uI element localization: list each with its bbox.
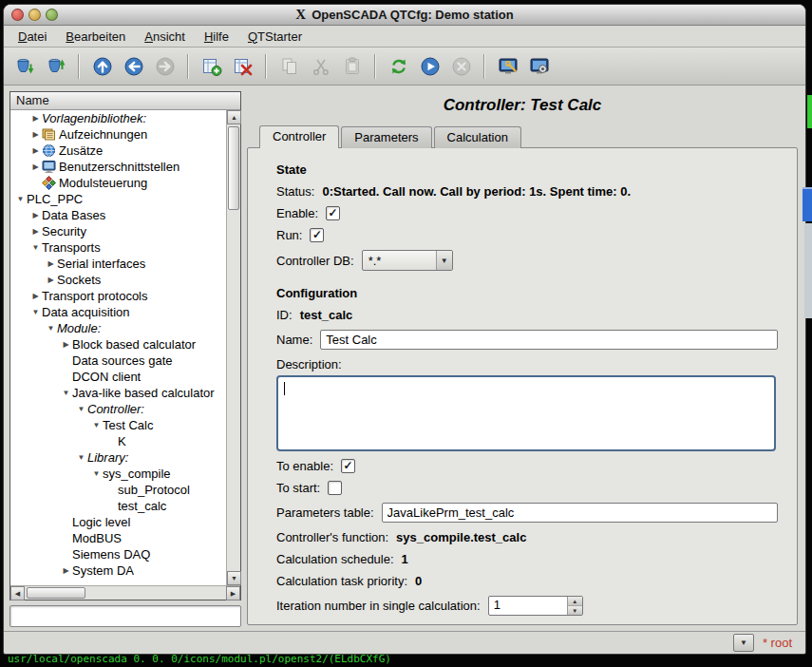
to-start-checkbox[interactable] xyxy=(328,481,342,495)
qtcfg-launch-button[interactable] xyxy=(493,51,522,81)
tab-controller[interactable]: Controller xyxy=(259,125,339,148)
minimize-window-button[interactable] xyxy=(28,9,41,21)
start-button[interactable] xyxy=(415,51,444,81)
tab-calculation[interactable]: Calculation xyxy=(434,126,521,148)
scroll-track[interactable] xyxy=(227,212,240,571)
menu-bearbeiten[interactable]: Bearbeiten xyxy=(56,28,135,46)
collapsed-arrow-icon[interactable]: ▶ xyxy=(60,340,72,349)
tree-item-data-bases[interactable]: ▶Data Bases xyxy=(10,207,226,223)
tree-item-label: Data acquisition xyxy=(42,305,130,319)
expanded-arrow-icon[interactable]: ▼ xyxy=(60,389,72,397)
collapsed-arrow-icon[interactable]: ▶ xyxy=(45,276,57,284)
expanded-arrow-icon[interactable]: ▼ xyxy=(29,243,42,252)
up-button[interactable] xyxy=(87,51,117,81)
tab-parameters[interactable]: Parameters xyxy=(341,126,431,148)
collapsed-arrow-icon[interactable]: ▶ xyxy=(29,130,42,139)
tree-item-modulsteuerung[interactable]: Modulsteuerung xyxy=(10,175,226,191)
tree-horizontal-scrollbar[interactable]: ◀ ▶ xyxy=(10,585,240,600)
vertical-scroll-thumb[interactable] xyxy=(228,126,239,210)
expanded-arrow-icon[interactable]: ▼ xyxy=(75,405,87,413)
scroll-down-button[interactable]: ▼ xyxy=(227,571,241,585)
tree-item-dcon-client[interactable]: DCON client xyxy=(10,369,226,385)
globe-icon xyxy=(42,143,56,158)
tree-column-header[interactable]: Name xyxy=(10,92,240,110)
iteration-spinbox[interactable]: 1 ▲ ▼ xyxy=(488,596,583,616)
menu-datei[interactable]: Datei xyxy=(9,28,56,46)
scroll-track[interactable] xyxy=(87,586,226,600)
tree-item-data-acquisition[interactable]: ▼Data acquisition xyxy=(10,304,226,320)
db-save-button[interactable] xyxy=(41,51,70,81)
tree-item-block-based-calculator[interactable]: ▶Block based calculator xyxy=(10,336,226,353)
menu-hilfe[interactable]: Hilfe xyxy=(195,28,238,46)
collapsed-arrow-icon[interactable]: ▶ xyxy=(29,227,42,236)
close-window-button[interactable] xyxy=(11,9,24,21)
tree-item-transports[interactable]: ▼Transports xyxy=(10,239,226,256)
tree-item-serial-interfaces[interactable]: ▶Serial interfaces xyxy=(10,256,226,272)
menu-ansicht[interactable]: Ansicht xyxy=(135,28,195,46)
tree-item-sys-compile[interactable]: ▼sys_compile xyxy=(10,466,226,482)
delete-item-button[interactable] xyxy=(228,51,257,81)
collapsed-arrow-icon[interactable]: ▶ xyxy=(29,146,42,155)
tree-item-logic-level[interactable]: Logic level xyxy=(10,514,226,530)
db-load-button[interactable] xyxy=(9,51,39,81)
collapsed-arrow-icon[interactable]: ▶ xyxy=(60,566,72,575)
horizontal-scroll-thumb[interactable] xyxy=(27,587,85,599)
expanded-arrow-icon[interactable]: ▼ xyxy=(75,453,87,462)
collapsed-arrow-icon[interactable]: ▶ xyxy=(45,259,57,268)
expanded-arrow-icon[interactable]: ▼ xyxy=(45,324,57,333)
tree-item-controller[interactable]: ▼Controller: xyxy=(10,401,226,417)
run-checkbox[interactable] xyxy=(310,228,324,242)
tree-item-system-da[interactable]: ▶System DA xyxy=(10,562,226,579)
tree-item-benutzerschnittstellen[interactable]: ▶Benutzerschnittstellen xyxy=(10,159,226,175)
scroll-up-button[interactable]: ▲ xyxy=(227,110,241,124)
expanded-arrow-icon[interactable]: ▼ xyxy=(29,308,42,316)
user-select[interactable]: ▼ xyxy=(733,634,754,652)
tree-item-transport-protocols[interactable]: ▶Transport protocols xyxy=(10,288,226,304)
scroll-left-button[interactable]: ◀ xyxy=(10,586,25,600)
tree-item-test-calc[interactable]: ▼Test Calc xyxy=(10,417,226,433)
to-enable-checkbox[interactable] xyxy=(341,459,355,473)
back-button[interactable] xyxy=(119,51,148,81)
tree-item-k[interactable]: K xyxy=(10,433,226,449)
tree-vertical-scrollbar[interactable]: ▲ ▼ xyxy=(226,110,240,585)
tree-item-zus-tze[interactable]: ▶Zusätze xyxy=(10,143,226,159)
text-caret xyxy=(284,382,285,395)
enable-checkbox[interactable] xyxy=(326,206,340,220)
description-textarea[interactable] xyxy=(276,375,776,451)
cut-button xyxy=(306,51,335,81)
tree-item-module[interactable]: ▼Module: xyxy=(10,320,226,336)
tree-item-vorlagenbibliothek[interactable]: ▶Vorlagenbibliothek: xyxy=(10,110,226,126)
expanded-arrow-icon[interactable]: ▼ xyxy=(14,195,27,203)
main-area: Name ▶Vorlagenbibliothek:▶Aufzeichnungen… xyxy=(4,86,805,631)
tree-item-sockets[interactable]: ▶Sockets xyxy=(10,272,226,288)
menu-qtstarter[interactable]: QTStarter xyxy=(238,28,312,46)
tree-filter-input[interactable] xyxy=(9,605,241,627)
tree-item-aufzeichnungen[interactable]: ▶Aufzeichnungen xyxy=(10,126,226,143)
spin-down-icon[interactable]: ▼ xyxy=(568,606,582,615)
scroll-right-button[interactable]: ▶ xyxy=(226,586,240,600)
refresh-button[interactable] xyxy=(384,51,413,81)
collapsed-arrow-icon[interactable]: ▶ xyxy=(29,292,42,300)
tree-item-security[interactable]: ▶Security xyxy=(10,223,226,239)
collapsed-arrow-icon[interactable]: ▶ xyxy=(29,114,42,123)
maximize-window-button[interactable] xyxy=(46,9,58,21)
titlebar[interactable]: X OpenSCADA QTCfg: Demo station xyxy=(4,5,805,26)
expanded-arrow-icon[interactable]: ▼ xyxy=(90,469,103,478)
tree-item-plc-ppc[interactable]: ▼PLC_PPC xyxy=(10,191,226,207)
tree-item-sub-protocol[interactable]: sub_Protocol xyxy=(10,482,226,498)
name-input[interactable] xyxy=(320,330,778,350)
collapsed-arrow-icon[interactable]: ▶ xyxy=(29,162,42,171)
expanded-arrow-icon[interactable]: ▼ xyxy=(90,421,103,429)
controller-db-select[interactable]: *.* ▼ xyxy=(362,250,453,271)
collapsed-arrow-icon[interactable]: ▶ xyxy=(29,211,42,219)
tree-item-data-sources-gate[interactable]: Data sources gate xyxy=(10,353,226,369)
parameters-table-input[interactable] xyxy=(382,503,778,523)
add-item-button[interactable] xyxy=(197,51,226,81)
tree-item-modbus[interactable]: ModBUS xyxy=(10,530,226,546)
tree-item-siemens-daq[interactable]: Siemens DAQ xyxy=(10,546,226,562)
tree-item-library[interactable]: ▼Library: xyxy=(10,449,226,466)
tree-item-java-like-based-calculator[interactable]: ▼Java-like based calculator xyxy=(10,385,226,401)
vision-launch-button[interactable] xyxy=(524,51,554,81)
tree-item-test-calc[interactable]: test_calc xyxy=(10,498,226,514)
spin-up-icon[interactable]: ▲ xyxy=(568,597,582,606)
